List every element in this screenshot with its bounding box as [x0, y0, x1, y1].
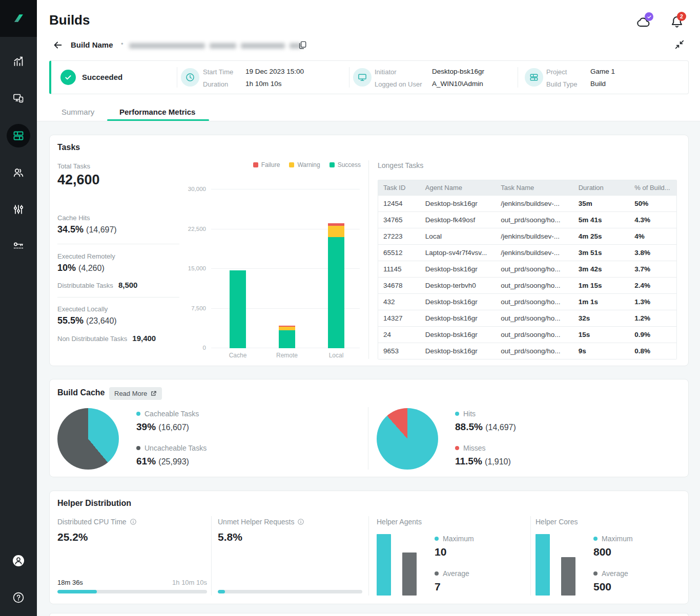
total-tasks-label: Total Tasks [57, 162, 90, 170]
longest-tasks-table: Task IDAgent NameTask NameDuration% of B… [378, 180, 677, 359]
sidebar-item-users[interactable] [0, 160, 37, 185]
agents-max-value: 10 [435, 546, 446, 558]
executed-locally-label: Executed Locally [57, 305, 108, 313]
notifications-button[interactable]: 2 [669, 14, 687, 31]
cache-hits-value: 34.5% (14,697) [57, 224, 117, 235]
cpu-bar-left-label: 18m 36s [57, 579, 83, 586]
sidebar-item-analytics[interactable] [0, 49, 37, 74]
copy-button[interactable] [297, 40, 307, 50]
distributable-tasks-value: 8,500 [118, 281, 138, 289]
misses-pct: 11.5% [455, 456, 482, 466]
table-header-row: Task IDAgent NameTask NameDuration% of B… [378, 180, 676, 195]
cacheable-tasks-legend: Cacheable Tasks [136, 410, 199, 418]
cell-1: 9653 [378, 347, 420, 355]
arrow-left-icon [52, 39, 64, 51]
table-row[interactable]: 34678Desktop-terbvh0out_prd/soong/ho...1… [378, 277, 676, 293]
tab-summary[interactable]: Summary [61, 108, 94, 116]
info-icon[interactable] [297, 518, 304, 525]
agents-avg-label: Average [443, 569, 469, 578]
cores-avg-value: 500 [593, 581, 611, 593]
bar-local-success [328, 237, 344, 348]
cores-max-value: 800 [593, 546, 611, 558]
cache-hits-pct: 34.5% [57, 224, 84, 235]
read-more-button[interactable]: Read More [109, 387, 162, 400]
cell-3: out_prd/soong/ho... [496, 347, 573, 355]
cell-5: 1.2% [629, 314, 676, 322]
agents-avg-bar [402, 553, 417, 596]
table-row[interactable]: 12454Desktop-bsk16gr/jenkins/buildsev-..… [378, 195, 676, 211]
status-divider [349, 67, 349, 88]
build-type-value: Build [590, 79, 606, 89]
chart-legend: FailureWarningSuccess [253, 161, 361, 168]
table-row[interactable]: 14327Desktop-bsk16grout_prd/soong/ho...3… [378, 310, 676, 326]
sidebar-item-agents[interactable] [0, 86, 37, 111]
legend-label-failure: Failure [261, 161, 280, 168]
collapse-arrows-icon [674, 39, 685, 50]
chart-plot-area [211, 189, 360, 348]
table-row[interactable]: 34765Desktop-fk49osfout_prd/soong/ho...5… [378, 211, 676, 228]
cell-3: out_prd/soong/ho... [496, 331, 573, 338]
duration-value: 1h 10m 10s [245, 79, 282, 89]
cell-5: 3.8% [629, 249, 676, 257]
agents-max-legend: Maximum [435, 535, 474, 543]
cell-3: /jenkins/buildsev-... [496, 249, 573, 257]
executed-remotely-pct: 10% [57, 263, 76, 273]
table-row[interactable]: 65512Laptop-sv4r7f4vsv.../jenkins/builds… [378, 244, 676, 261]
table-row[interactable]: 432Desktop-bsk16grout_prd/soong/ho...1m … [378, 293, 676, 310]
cacheable-tasks-value: 39% (16,607) [136, 421, 189, 433]
tab-performance-metrics[interactable]: Performance Metrics [119, 108, 195, 116]
cell-2: Desktop-bsk16gr [420, 347, 496, 355]
table-row[interactable]: 27223Local/jenkins/buildsev-...4m 25s4% [378, 228, 676, 244]
x-label-local: Local [316, 352, 357, 359]
sidebar-help[interactable] [0, 585, 37, 610]
cell-2: Desktop-terbvh0 [420, 282, 496, 289]
hits-legend: Hits [455, 410, 476, 418]
status-divider [177, 67, 177, 88]
cell-5: 2.4% [629, 282, 676, 289]
sidebar-item-license[interactable] [0, 234, 37, 259]
agents-avg-legend: Average [435, 569, 469, 578]
legend-item-success: Success [330, 161, 361, 168]
cloud-status-button[interactable] [635, 14, 653, 31]
monitor-icon [353, 68, 372, 87]
non-distributable-tasks-value: 19,400 [132, 334, 156, 343]
cell-3: out_prd/soong/ho... [496, 216, 573, 224]
unmet-requests-value: 5.8% [218, 531, 242, 543]
back-button[interactable] [52, 39, 64, 51]
info-icon[interactable] [130, 518, 137, 525]
table-row[interactable]: 24Desktop-bsk16grout_prd/soong/ho...15s0… [378, 326, 676, 343]
sidebar-item-settings[interactable] [0, 197, 37, 222]
executed-remotely-count: (4,260) [78, 264, 105, 272]
helper-divider [530, 516, 531, 596]
max-dot [593, 537, 598, 541]
uncacheable-dot [136, 446, 140, 450]
uncacheable-tasks-legend: Uncacheable Tasks [136, 444, 207, 452]
page-title: Builds [49, 12, 90, 28]
misses-label: Misses [463, 444, 486, 452]
logo-arrow-icon [11, 11, 26, 26]
external-link-icon [150, 390, 157, 397]
executed-locally-value: 55.5% (23,640) [57, 315, 117, 326]
cacheable-dot [136, 412, 140, 416]
cacheable-pct: 39% [136, 421, 156, 432]
agents-max-label: Maximum [443, 535, 474, 543]
table-row[interactable]: 11145Desktop-bsk16grout_prd/soong/ho...3… [378, 261, 676, 277]
cell-5: 0.9% [629, 331, 676, 338]
legend-swatch-success [330, 162, 335, 167]
legend-item-warning: Warning [289, 161, 320, 168]
avg-dot [435, 571, 439, 576]
hits-value: 88.5% (14,697) [455, 421, 516, 433]
incredibuild-logo[interactable] [0, 0, 37, 37]
cell-5: 3.7% [629, 265, 676, 273]
cache-hits-label: Cache Hits [57, 214, 90, 222]
helper-divider [368, 516, 369, 596]
table-row[interactable]: 9653Desktop-bsk16grout_prd/soong/ho...9s… [378, 343, 676, 359]
tasks-card-divider [368, 160, 369, 359]
collapse-button[interactable] [674, 39, 685, 50]
hits-count: (14,697) [485, 423, 516, 432]
cell-1: 11145 [378, 265, 420, 273]
sidebar-user-avatar[interactable] [0, 548, 37, 573]
uncacheable-tasks-value: 61% (25,993) [136, 456, 189, 467]
hits-dot [455, 412, 459, 416]
sidebar-item-builds-active[interactable] [0, 123, 37, 148]
